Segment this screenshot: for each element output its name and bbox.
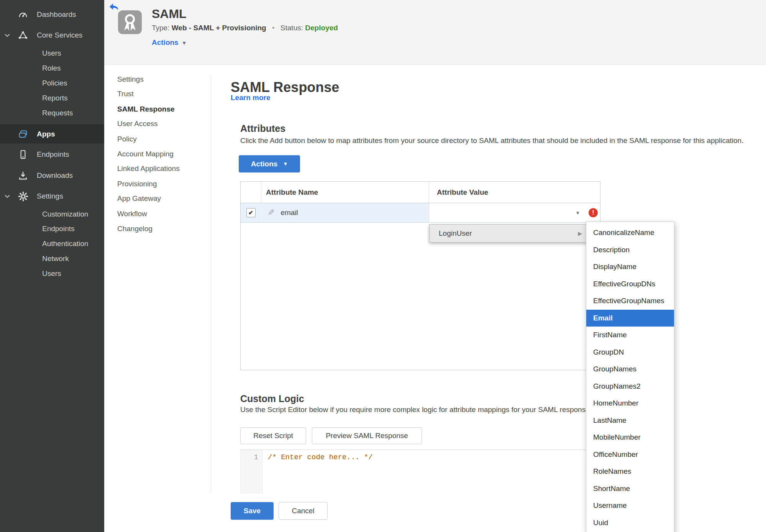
core-services-icon (16, 28, 30, 42)
attribute-value-dropdown[interactable]: ▼ ! (429, 203, 600, 222)
apps-icon (16, 127, 30, 141)
app-window: Dashboards Core Services Users Roles Pol… (0, 0, 766, 532)
custom-logic-description: Use the Script Editor below if you requi… (240, 406, 623, 414)
tab-policy[interactable]: Policy (117, 131, 200, 148)
sidebar-item-core-services[interactable]: Core Services (0, 26, 104, 44)
submenu-item-description[interactable]: Description (586, 241, 674, 259)
cancel-button[interactable]: Cancel (279, 502, 328, 520)
tab-trust[interactable]: Trust (117, 85, 200, 102)
submenu-item-homenumber[interactable]: HomeNumber (586, 395, 674, 412)
submenu-item-effectivegroupdns[interactable]: EffectiveGroupDNs (586, 276, 674, 293)
type-value: Web - SAML + Provisioning (172, 24, 266, 32)
editor-code-area[interactable]: /* Enter code here... */ (262, 450, 587, 494)
learn-more-link[interactable]: Learn more (231, 94, 270, 102)
gauge-icon (16, 8, 30, 21)
submenu-item-uuid[interactable]: Uuid (586, 514, 674, 532)
row-checkbox[interactable]: ✔ (246, 208, 256, 217)
attribute-name-cell[interactable]: ✎ email (261, 203, 429, 222)
submenu-item-officenumber[interactable]: OfficeNumber (586, 446, 674, 463)
mobile-device-icon (16, 148, 30, 161)
main-sidebar: Dashboards Core Services Users Roles Pol… (0, 0, 104, 532)
sidebar-item-settings-users[interactable]: Users (0, 265, 104, 282)
sidebar-item-dashboards[interactable]: Dashboards (0, 6, 104, 23)
separator-dot: • (272, 24, 275, 32)
submenu-item-shortname[interactable]: ShortName (586, 480, 674, 498)
tab-workflow[interactable]: Workflow (117, 205, 200, 222)
tab-app-gateway[interactable]: App Gateway (117, 190, 200, 207)
submenu-arrow-icon: ▶ (578, 230, 582, 236)
attribute-name-value: email (280, 209, 298, 217)
submenu-item-canonicalizename[interactable]: CanonicalizeName (586, 224, 674, 241)
caret-down-icon: ▼ (182, 40, 187, 46)
sidebar-item-settings[interactable]: Settings (0, 187, 104, 205)
error-icon: ! (589, 208, 598, 217)
app-header (104, 0, 766, 65)
submenu-item-groupdn[interactable]: GroupDN (586, 344, 674, 361)
submenu-item-rolenames[interactable]: RoleNames (586, 463, 674, 480)
sidebar-item-requests[interactable]: Requests (0, 104, 104, 122)
header-actions-menu[interactable]: Actions▼ (152, 38, 187, 47)
certificate-ribbon-icon (118, 10, 142, 34)
type-label: Type: (152, 24, 169, 32)
submenu-item-username[interactable]: Username (586, 497, 674, 514)
custom-logic-heading: Custom Logic (240, 393, 304, 404)
submenu-item-groupnames2[interactable]: GroupNames2 (586, 378, 674, 395)
submenu-item-groupnames[interactable]: GroupNames (586, 361, 674, 378)
checkmark-icon: ✔ (248, 209, 253, 216)
download-icon (16, 169, 30, 182)
save-button[interactable]: Save (231, 502, 274, 520)
status-value: Deployed (305, 24, 338, 32)
status-label: Status: (280, 24, 303, 32)
script-editor: 1 /* Enter code here... */ (240, 450, 587, 494)
submenu-item-lastname[interactable]: LastName (586, 412, 674, 429)
table-row[interactable]: ✔ ✎ email ▼ ! (241, 203, 600, 223)
attribute-name-column-header: Attribute Name (261, 182, 429, 203)
submenu-item-email[interactable]: Email (586, 310, 674, 327)
submenu-item-displayname[interactable]: DisplayName (586, 258, 674, 276)
sidebar-item-downloads[interactable]: Downloads (0, 167, 104, 184)
chevron-down-icon (4, 32, 11, 39)
tab-user-access[interactable]: User Access (117, 115, 200, 132)
caret-down-icon: ▼ (283, 161, 288, 167)
submenu-item-effectivegroupnames[interactable]: EffectiveGroupNames (586, 292, 674, 310)
editor-line-number: 1 (241, 450, 262, 494)
checkbox-column-header (241, 182, 261, 203)
page-title: SAML Response (231, 79, 339, 95)
attribute-value-column-header: Attribute Value (429, 182, 600, 203)
attributes-description: Click the Add button below to map attrib… (240, 136, 750, 145)
value-menu-loginuser[interactable]: LoginUser ▶ (429, 224, 588, 243)
attributes-heading: Attributes (240, 123, 285, 134)
attributes-actions-button[interactable]: Actions▼ (239, 155, 300, 172)
row-checkbox-cell: ✔ (241, 203, 261, 222)
pencil-icon: ✎ (267, 208, 274, 218)
caret-down-icon: ▼ (575, 210, 580, 216)
sidebar-item-apps[interactable]: Apps (0, 125, 104, 143)
table-header-row: Attribute Name Attribute Value (241, 182, 600, 203)
submenu-item-mobilenumber[interactable]: MobileNumber (586, 429, 674, 446)
submenu-item-firstname[interactable]: FirstName (586, 327, 674, 344)
loginuser-submenu: CanonicalizeName Description DisplayName… (586, 222, 674, 532)
nav-content-divider (211, 75, 211, 493)
preview-saml-response-button[interactable]: Preview SAML Response (312, 427, 422, 444)
chevron-down-icon (4, 193, 11, 200)
tab-linked-applications[interactable]: Linked Applications (117, 160, 200, 177)
app-meta-line: Type: Web - SAML + Provisioning • Status… (152, 24, 338, 32)
app-title: SAML (152, 7, 187, 21)
sidebar-item-endpoints[interactable]: Endpoints (0, 146, 104, 163)
attributes-table: Attribute Name Attribute Value ✔ ✎ email… (240, 181, 600, 370)
reset-script-button[interactable]: Reset Script (240, 427, 306, 444)
tab-changelog[interactable]: Changelog (117, 220, 200, 237)
gear-icon (16, 189, 30, 203)
